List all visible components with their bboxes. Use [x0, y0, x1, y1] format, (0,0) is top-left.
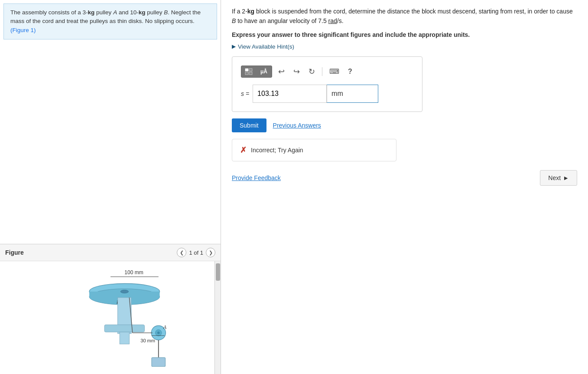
figure-count: 1 of 1	[189, 249, 203, 256]
redo-button[interactable]: ↪	[291, 66, 302, 78]
left-panel: The assembly consists of a 3-kg pulley A…	[0, 0, 221, 374]
answer-container: μÅ ↩ ↪ ↻ ⌨ ? s =	[232, 56, 422, 112]
scroll-thumb	[216, 263, 220, 281]
figure-header: Figure ❮ 1 of 1 ❯	[0, 244, 221, 261]
figure-title: Figure	[5, 249, 172, 256]
answer-input[interactable]	[253, 85, 326, 103]
next-button[interactable]: Next ►	[540, 170, 577, 186]
figure-scrollbar[interactable]	[214, 261, 221, 374]
svg-rect-23	[249, 72, 252, 75]
bottom-row: Provide Feedback Next ►	[232, 170, 577, 186]
undo-button[interactable]: ↩	[276, 66, 287, 78]
instructions-text: Express your answer to three significant…	[232, 31, 577, 38]
submit-button[interactable]: Submit	[232, 118, 266, 132]
format-btn-group: μÅ	[241, 66, 272, 78]
hint-label: View Available Hint(s)	[238, 43, 294, 50]
provide-feedback-button[interactable]: Provide Feedback	[232, 174, 281, 181]
figure-image-area: 100 mm B	[0, 261, 221, 374]
svg-rect-20	[245, 69, 248, 71]
figure-prev-button[interactable]: ❮	[177, 248, 186, 257]
hint-arrow-icon: ▶	[232, 43, 236, 49]
variable-label: s =	[241, 90, 249, 97]
svg-text:A: A	[162, 324, 166, 330]
previous-answers-button[interactable]: Previous Answers	[273, 122, 321, 129]
incorrect-icon: ✗	[240, 145, 247, 155]
input-row: s =	[241, 85, 413, 103]
toolbar-separator	[322, 67, 322, 76]
figure-link[interactable]: (Figure 1)	[10, 27, 36, 33]
grid-format-button[interactable]	[241, 66, 256, 77]
svg-rect-9	[120, 332, 129, 344]
next-chevron-icon: ►	[563, 174, 569, 181]
svg-rect-22	[245, 72, 248, 75]
submit-row: Submit Previous Answers	[232, 118, 577, 132]
figure-navigation: ❮ 1 of 1 ❯	[177, 248, 215, 257]
svg-text:100 mm: 100 mm	[124, 269, 143, 276]
keyboard-button[interactable]: ⌨	[327, 66, 342, 77]
figure-section: Figure ❮ 1 of 1 ❯ 100 mm	[0, 244, 221, 374]
next-label: Next	[548, 174, 561, 181]
svg-point-5	[120, 290, 128, 293]
problem-text-1: The assembly consists of a 3-kg pulley A…	[10, 9, 201, 24]
figure-svg: 100 mm B	[41, 266, 180, 370]
svg-rect-17	[152, 358, 165, 366]
answer-toolbar: μÅ ↩ ↪ ↻ ⌨ ?	[241, 66, 413, 78]
incorrect-box: ✗ Incorrect; Try Again	[232, 139, 396, 161]
help-button[interactable]: ?	[345, 66, 355, 77]
question-text: If a 2-kg block is suspended from the co…	[232, 7, 577, 26]
figure-next-button[interactable]: ❯	[206, 248, 215, 257]
svg-rect-8	[104, 325, 144, 332]
svg-point-12	[157, 331, 160, 334]
mu-format-button[interactable]: μÅ	[256, 66, 272, 77]
problem-description: The assembly consists of a 3-kg pulley A…	[3, 3, 217, 39]
svg-text:30 mm: 30 mm	[140, 338, 155, 343]
refresh-button[interactable]: ↻	[306, 66, 318, 78]
hint-link[interactable]: ▶ View Available Hint(s)	[232, 43, 577, 50]
unit-input[interactable]	[326, 85, 378, 103]
right-panel: If a 2-kg block is suspended from the co…	[221, 0, 588, 374]
incorrect-text: Incorrect; Try Again	[251, 147, 303, 154]
figure-content: 100 mm B	[0, 261, 221, 374]
svg-rect-21	[249, 69, 252, 71]
